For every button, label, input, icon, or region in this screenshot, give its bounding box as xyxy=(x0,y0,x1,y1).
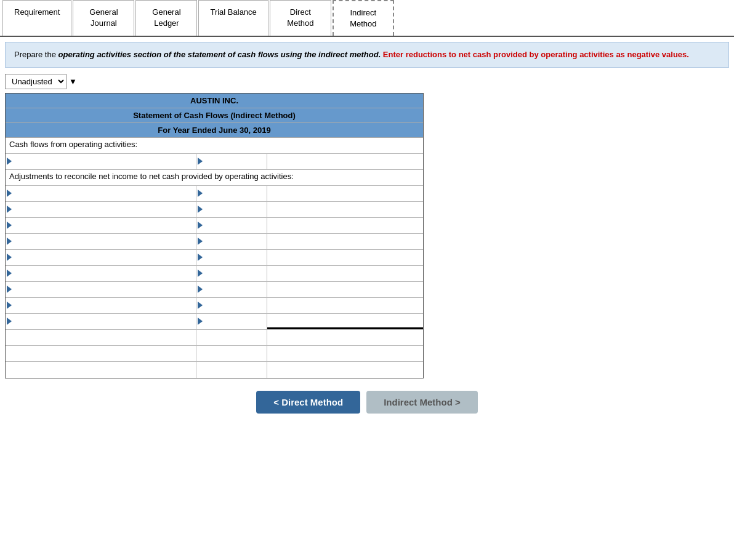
row1-right-cell[interactable] xyxy=(267,154,423,169)
row1-right-input[interactable] xyxy=(270,156,421,165)
row10-mid-cell[interactable] xyxy=(196,314,267,329)
row4-right-cell[interactable] xyxy=(267,218,423,233)
row8-right-cell[interactable] xyxy=(267,282,423,297)
blank2-mid-input[interactable] xyxy=(199,364,264,373)
dropdown-row: Unadjusted ▼ xyxy=(5,74,729,89)
row4-right-input[interactable] xyxy=(270,220,421,229)
row9-label-cell[interactable] xyxy=(6,298,196,313)
row10-right-cell[interactable] xyxy=(267,314,423,329)
row7-label-cell[interactable] xyxy=(6,266,196,281)
row6-label-cell[interactable] xyxy=(6,250,196,265)
table-row xyxy=(6,154,423,170)
row6-label-input[interactable] xyxy=(8,252,193,261)
row10-right-input[interactable] xyxy=(270,316,421,325)
row2-right-input[interactable] xyxy=(270,188,421,197)
tab-general-journal[interactable]: GeneralJournal xyxy=(73,0,134,36)
row10-label-input[interactable] xyxy=(8,316,193,325)
row2-mid-cell[interactable] xyxy=(196,186,267,201)
row9-mid-cell[interactable] xyxy=(196,298,267,313)
blank1-label-input[interactable] xyxy=(8,348,193,357)
row4-mid-input[interactable] xyxy=(199,220,264,229)
blank2-right-cell[interactable] xyxy=(267,362,423,378)
row9-label-input[interactable] xyxy=(8,300,193,309)
instruction-bold: operating activities section of the stat… xyxy=(58,50,381,59)
arrow-icon xyxy=(198,190,203,197)
row2-label-input[interactable] xyxy=(8,188,193,197)
total-right-input[interactable] xyxy=(270,332,421,341)
row7-mid-input[interactable] xyxy=(199,268,264,277)
blank2-label-cell[interactable] xyxy=(6,362,196,378)
row2-label-cell[interactable] xyxy=(6,186,196,201)
row9-right-cell[interactable] xyxy=(267,298,423,313)
row1-label-input[interactable] xyxy=(8,156,193,165)
row3-label-input[interactable] xyxy=(8,204,193,213)
statement-header: Statement of Cash Flows (Indirect Method… xyxy=(6,108,423,123)
row4-mid-cell[interactable] xyxy=(196,218,267,233)
arrow-icon xyxy=(198,158,203,165)
row3-right-cell[interactable] xyxy=(267,202,423,217)
row5-mid-cell[interactable] xyxy=(196,234,267,249)
row6-right-cell[interactable] xyxy=(267,250,423,265)
row4-label-input[interactable] xyxy=(8,220,193,229)
row7-label-input[interactable] xyxy=(8,268,193,277)
arrow-icon xyxy=(7,238,12,245)
row10-label-cell[interactable] xyxy=(6,314,196,329)
row8-mid-cell[interactable] xyxy=(196,282,267,297)
row4-label-cell[interactable] xyxy=(6,218,196,233)
blank2-mid-cell[interactable] xyxy=(196,362,267,378)
row5-right-cell[interactable] xyxy=(267,234,423,249)
blank1-mid-cell[interactable] xyxy=(196,346,267,361)
row9-mid-input[interactable] xyxy=(199,300,264,309)
total-mid-input[interactable] xyxy=(199,332,264,341)
row3-mid-input[interactable] xyxy=(199,204,264,213)
row3-mid-cell[interactable] xyxy=(196,202,267,217)
row9-right-input[interactable] xyxy=(270,300,421,309)
tab-general-ledger[interactable]: GeneralLedger xyxy=(135,0,197,36)
next-button[interactable]: Indirect Method > xyxy=(366,391,478,414)
total-mid-cell[interactable] xyxy=(196,330,267,345)
tab-requirement[interactable]: Requirement xyxy=(2,0,71,36)
row6-right-input[interactable] xyxy=(270,252,421,261)
table-row xyxy=(6,218,423,234)
blank1-mid-input[interactable] xyxy=(199,348,264,357)
blank1-label-cell[interactable] xyxy=(6,346,196,361)
row3-label-cell[interactable] xyxy=(6,202,196,217)
total-label-input[interactable] xyxy=(8,332,193,341)
row7-right-cell[interactable] xyxy=(267,266,423,281)
prev-button[interactable]: < Direct Method xyxy=(256,391,360,414)
row1-mid-cell[interactable] xyxy=(196,154,267,169)
blank1-right-cell[interactable] xyxy=(267,346,423,361)
row2-right-cell[interactable] xyxy=(267,186,423,201)
dropdown-arrow-icon: ▼ xyxy=(69,77,77,86)
tab-direct-method[interactable]: DirectMethod xyxy=(270,0,331,36)
tab-trial-balance[interactable]: Trial Balance xyxy=(198,0,268,36)
row1-mid-input[interactable] xyxy=(199,156,264,165)
table-row xyxy=(6,362,423,378)
total-label-cell[interactable] xyxy=(6,330,196,345)
row6-mid-input[interactable] xyxy=(199,252,264,261)
row5-mid-input[interactable] xyxy=(199,236,264,245)
row1-label-cell[interactable] xyxy=(6,154,196,169)
row5-label-input[interactable] xyxy=(8,236,193,245)
blank1-right-input[interactable] xyxy=(270,348,421,357)
tab-indirect-method[interactable]: IndirectMethod xyxy=(333,0,394,36)
arrow-icon xyxy=(198,254,203,261)
row7-mid-cell[interactable] xyxy=(196,266,267,281)
row5-right-input[interactable] xyxy=(270,236,421,245)
unadjusted-dropdown[interactable]: Unadjusted xyxy=(5,74,67,89)
row8-right-input[interactable] xyxy=(270,284,421,293)
row10-mid-input[interactable] xyxy=(199,316,264,325)
total-right-cell[interactable] xyxy=(267,330,423,345)
table-row xyxy=(6,314,423,330)
table-row xyxy=(6,250,423,266)
row5-label-cell[interactable] xyxy=(6,234,196,249)
row7-right-input[interactable] xyxy=(270,268,421,277)
row8-label-cell[interactable] xyxy=(6,282,196,297)
row8-mid-input[interactable] xyxy=(199,284,264,293)
row6-mid-cell[interactable] xyxy=(196,250,267,265)
row3-right-input[interactable] xyxy=(270,204,421,213)
blank2-label-input[interactable] xyxy=(8,364,193,373)
blank2-right-input[interactable] xyxy=(270,364,421,373)
row8-label-input[interactable] xyxy=(8,284,193,293)
row2-mid-input[interactable] xyxy=(199,188,264,197)
